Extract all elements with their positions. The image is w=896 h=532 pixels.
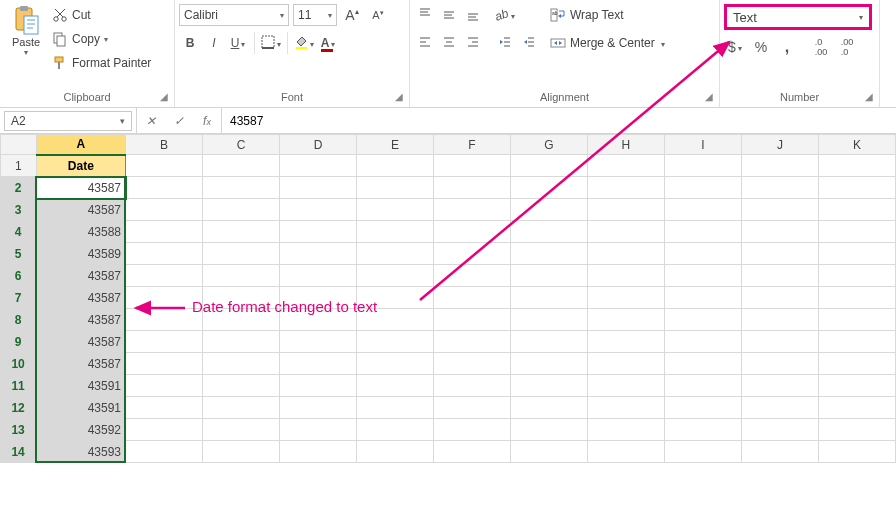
cell[interactable] xyxy=(126,397,203,419)
cell[interactable] xyxy=(510,331,587,353)
cell[interactable] xyxy=(510,309,587,331)
cell[interactable] xyxy=(202,331,279,353)
cell[interactable] xyxy=(664,353,741,375)
column-header[interactable]: J xyxy=(741,135,818,155)
cell[interactable] xyxy=(126,419,203,441)
row-header[interactable]: 12 xyxy=(1,397,37,419)
cell[interactable] xyxy=(356,221,433,243)
cell[interactable]: 43587 xyxy=(36,199,125,221)
cell[interactable] xyxy=(126,309,203,331)
cell[interactable] xyxy=(433,441,510,463)
cell[interactable] xyxy=(202,353,279,375)
cell[interactable]: 43591 xyxy=(36,397,125,419)
cell[interactable] xyxy=(126,287,203,309)
wrap-text-button[interactable]: ab Wrap Text xyxy=(550,4,665,26)
row-header[interactable]: 6 xyxy=(1,265,37,287)
cell[interactable] xyxy=(202,221,279,243)
cell[interactable] xyxy=(202,265,279,287)
cell[interactable] xyxy=(587,243,664,265)
cell[interactable] xyxy=(202,419,279,441)
italic-button[interactable]: I xyxy=(203,32,225,54)
row-header[interactable]: 8 xyxy=(1,309,37,331)
font-name-dropdown[interactable]: Calibri ▾ xyxy=(179,4,289,26)
row-header[interactable]: 2 xyxy=(1,177,37,199)
cell[interactable] xyxy=(664,265,741,287)
cell[interactable] xyxy=(741,199,818,221)
cell[interactable] xyxy=(664,397,741,419)
cell[interactable] xyxy=(664,177,741,199)
cell[interactable] xyxy=(433,375,510,397)
align-top-button[interactable] xyxy=(414,4,436,26)
row-header[interactable]: 3 xyxy=(1,199,37,221)
column-header[interactable]: C xyxy=(202,135,279,155)
cell[interactable] xyxy=(741,265,818,287)
cell[interactable] xyxy=(741,419,818,441)
increase-indent-button[interactable] xyxy=(518,32,540,54)
cell[interactable] xyxy=(433,287,510,309)
column-header[interactable]: A xyxy=(36,135,125,155)
cell[interactable] xyxy=(818,441,895,463)
cell[interactable] xyxy=(202,375,279,397)
cell[interactable] xyxy=(433,243,510,265)
cell[interactable] xyxy=(664,375,741,397)
format-painter-button[interactable]: Format Painter xyxy=(52,52,151,74)
cell[interactable] xyxy=(741,309,818,331)
column-header[interactable]: B xyxy=(126,135,203,155)
cell[interactable] xyxy=(587,397,664,419)
name-box[interactable]: A2 ▾ xyxy=(4,111,132,131)
cell[interactable] xyxy=(587,331,664,353)
row-header[interactable]: 5 xyxy=(1,243,37,265)
cell[interactable] xyxy=(433,155,510,177)
cell[interactable] xyxy=(433,265,510,287)
dialog-launcher-icon[interactable]: ◢ xyxy=(703,92,715,104)
cell[interactable] xyxy=(202,199,279,221)
dialog-launcher-icon[interactable]: ◢ xyxy=(863,92,875,104)
row-header[interactable]: 10 xyxy=(1,353,37,375)
cell[interactable] xyxy=(356,331,433,353)
cell[interactable]: 43589 xyxy=(36,243,125,265)
cell[interactable] xyxy=(818,155,895,177)
cell[interactable] xyxy=(664,287,741,309)
cell[interactable] xyxy=(664,441,741,463)
align-left-button[interactable] xyxy=(414,32,436,54)
column-header[interactable]: G xyxy=(510,135,587,155)
cell[interactable] xyxy=(356,199,433,221)
increase-decimal-button[interactable]: .0.00 xyxy=(810,36,832,58)
cell[interactable] xyxy=(741,243,818,265)
column-header[interactable]: I xyxy=(664,135,741,155)
bold-button[interactable]: B xyxy=(179,32,201,54)
cell[interactable] xyxy=(126,353,203,375)
cell[interactable] xyxy=(279,221,356,243)
cell[interactable] xyxy=(356,397,433,419)
cell[interactable] xyxy=(664,331,741,353)
border-button[interactable] xyxy=(260,32,282,54)
cell[interactable] xyxy=(126,243,203,265)
decrease-indent-button[interactable] xyxy=(494,32,516,54)
cell[interactable] xyxy=(741,375,818,397)
align-bottom-button[interactable] xyxy=(462,4,484,26)
column-header[interactable]: D xyxy=(279,135,356,155)
cell[interactable] xyxy=(126,441,203,463)
cell[interactable] xyxy=(510,265,587,287)
copy-button[interactable]: Copy ▾ xyxy=(52,28,151,50)
select-all-corner[interactable] xyxy=(1,135,37,155)
cell[interactable] xyxy=(587,419,664,441)
cell[interactable] xyxy=(279,155,356,177)
cell[interactable] xyxy=(741,331,818,353)
cell[interactable] xyxy=(741,441,818,463)
cell[interactable] xyxy=(202,177,279,199)
row-header[interactable]: 1 xyxy=(1,155,37,177)
cell[interactable] xyxy=(664,221,741,243)
cell[interactable] xyxy=(818,287,895,309)
cell[interactable] xyxy=(510,397,587,419)
font-size-dropdown[interactable]: 11 ▾ xyxy=(293,4,337,26)
cell[interactable] xyxy=(433,221,510,243)
cell[interactable] xyxy=(510,243,587,265)
cell[interactable] xyxy=(356,441,433,463)
cell[interactable] xyxy=(741,221,818,243)
cell[interactable] xyxy=(433,177,510,199)
row-header[interactable]: 13 xyxy=(1,419,37,441)
cell[interactable] xyxy=(510,155,587,177)
cell[interactable] xyxy=(279,331,356,353)
cell[interactable] xyxy=(510,353,587,375)
